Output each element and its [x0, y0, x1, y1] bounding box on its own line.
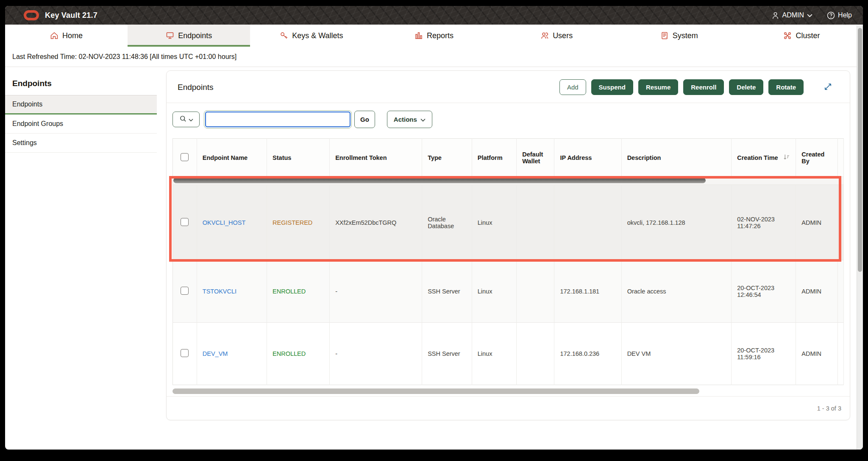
- platform: Linux: [472, 185, 516, 260]
- tab-cluster[interactable]: Cluster: [740, 25, 863, 47]
- sidebar-item-endpoint-groups[interactable]: Endpoint Groups: [5, 115, 157, 134]
- brand: Key Vault 21.7: [24, 10, 97, 20]
- default-wallet: [517, 185, 554, 260]
- hscroll-thumb[interactable]: [173, 178, 706, 183]
- tab-endpoints[interactable]: Endpoints: [128, 25, 250, 47]
- primary-nav: Home Endpoints Keys & Wallets: [5, 25, 863, 47]
- col-endpoint-name[interactable]: Endpoint Name: [197, 139, 267, 177]
- actions-dropdown[interactable]: Actions: [387, 111, 432, 128]
- delete-button[interactable]: Delete: [729, 79, 763, 95]
- table-row[interactable]: TSTOKVCLI ENROLLED - SSH Server Linux 17…: [173, 260, 844, 323]
- endpoint-type: Oracle Database: [422, 185, 472, 260]
- chevron-down-icon: [420, 116, 426, 123]
- add-button[interactable]: Add: [559, 79, 586, 95]
- endpoint-name-link[interactable]: OKVCLI_HOST: [203, 219, 246, 226]
- search-input[interactable]: [205, 112, 351, 127]
- endpoints-panel: Endpoints Add Suspend Resume Reenroll De…: [166, 70, 850, 420]
- col-overflow: [837, 139, 843, 177]
- creation-time: 20-OCT-2023 12:46:54: [732, 260, 796, 323]
- description: DEV VM: [621, 323, 732, 385]
- vscroll-thumb[interactable]: [858, 28, 862, 272]
- row-checkbox[interactable]: [181, 349, 189, 357]
- ip-address: 172.168.1.181: [554, 260, 621, 323]
- table-hscrollbar[interactable]: [172, 386, 844, 396]
- endpoints-table: Endpoint Name Status Enrollment Token Ty…: [172, 138, 844, 385]
- table-row[interactable]: OKVCLI_HOST REGISTERED XXf2xEm52DbcTGRQ …: [173, 185, 844, 260]
- maximize-button[interactable]: [823, 82, 833, 93]
- home-icon: [50, 31, 58, 40]
- tab-label: Users: [553, 31, 573, 40]
- col-status[interactable]: Status: [267, 139, 330, 177]
- tab-label: Keys & Wallets: [292, 31, 343, 40]
- table-row[interactable]: DEV_VM ENROLLED - SSH Server Linux 172.1…: [173, 323, 844, 385]
- sidebar-item-label: Settings: [12, 139, 37, 147]
- resume-button[interactable]: Resume: [638, 79, 678, 95]
- hscroll-thumb[interactable]: [172, 388, 699, 394]
- tab-label: Reports: [427, 31, 453, 40]
- endpoint-name-link[interactable]: TSTOKVCLI: [203, 288, 236, 295]
- tab-reports[interactable]: Reports: [373, 25, 495, 47]
- tab-label: System: [673, 31, 698, 40]
- tab-users[interactable]: Users: [495, 25, 618, 47]
- created-by: ADMIN: [796, 185, 837, 260]
- top-header-bar: Key Vault 21.7 ADMIN: [5, 6, 863, 25]
- sidebar-item-settings[interactable]: Settings: [5, 134, 157, 153]
- endpoint-name-link[interactable]: DEV_VM: [203, 350, 228, 357]
- col-type[interactable]: Type: [422, 139, 472, 177]
- row-checkbox[interactable]: [181, 287, 189, 295]
- enrollment-token: XXf2xEm52DbcTGRQ: [330, 185, 422, 260]
- tab-system[interactable]: System: [618, 25, 740, 47]
- chevron-down-icon: [807, 14, 812, 17]
- sort-descending-icon[interactable]: [782, 153, 790, 162]
- users-icon: [540, 31, 549, 40]
- endpoint-type: SSH Server: [422, 323, 472, 385]
- help-link[interactable]: Help: [827, 11, 852, 20]
- tab-home[interactable]: Home: [5, 25, 128, 47]
- page-vscrollbar[interactable]: [857, 25, 863, 450]
- oracle-logo-icon: [24, 10, 39, 20]
- search-icon: [179, 115, 187, 124]
- brand-name: Key Vault 21.7: [45, 11, 97, 20]
- actions-label: Actions: [394, 116, 417, 123]
- sidebar-title: Endpoints: [5, 73, 157, 95]
- ip-address: 172.168.0.236: [554, 323, 621, 385]
- created-by: ADMIN: [796, 323, 837, 385]
- user-menu[interactable]: ADMIN: [771, 11, 813, 20]
- search-toolbar: Go Actions: [167, 103, 850, 135]
- row-checkbox[interactable]: [181, 218, 189, 226]
- sidebar-item-label: Endpoint Groups: [12, 120, 63, 128]
- select-all-checkbox[interactable]: [181, 153, 189, 161]
- enrollment-token: -: [330, 260, 422, 323]
- tab-label: Cluster: [796, 31, 820, 40]
- sidebar-item-endpoints[interactable]: Endpoints: [5, 95, 157, 115]
- go-button[interactable]: Go: [354, 111, 375, 128]
- reports-icon: [415, 31, 423, 40]
- enrollment-token: -: [330, 323, 422, 385]
- reenroll-button[interactable]: Reenroll: [683, 79, 724, 95]
- col-platform[interactable]: Platform: [472, 139, 516, 177]
- col-ip-address[interactable]: IP Address: [554, 139, 621, 177]
- last-refreshed-bar: Last Refreshed Time: 02-NOV-2023 11:48:3…: [5, 47, 863, 67]
- table-inner-hscrollbar[interactable]: [173, 177, 844, 185]
- tab-label: Endpoints: [178, 31, 212, 40]
- search-scope-dropdown[interactable]: [172, 112, 200, 127]
- col-created-by[interactable]: Created By: [796, 139, 837, 177]
- user-name: ADMIN: [782, 11, 804, 19]
- help-icon: [827, 11, 835, 20]
- tab-keys-wallets[interactable]: Keys & Wallets: [250, 25, 373, 47]
- col-description[interactable]: Description: [621, 139, 732, 177]
- app-window: Key Vault 21.7 ADMIN: [5, 6, 863, 450]
- creation-time: 20-OCT-2023 11:59:16: [732, 323, 796, 385]
- col-default-wallet[interactable]: Default Wallet: [517, 139, 554, 177]
- endpoints-icon: [166, 31, 174, 40]
- created-by: ADMIN: [796, 260, 837, 323]
- suspend-button[interactable]: Suspend: [591, 79, 633, 95]
- default-wallet: [517, 260, 554, 323]
- rotate-button[interactable]: Rotate: [768, 79, 804, 95]
- col-enrollment-token[interactable]: Enrollment Token: [330, 139, 422, 177]
- pagination-label: 1 - 3 of 3: [817, 405, 841, 412]
- col-creation-time[interactable]: Creation Time: [732, 139, 796, 177]
- panel-title: Endpoints: [178, 83, 214, 92]
- expand-icon: [823, 87, 833, 93]
- help-label: Help: [838, 11, 852, 19]
